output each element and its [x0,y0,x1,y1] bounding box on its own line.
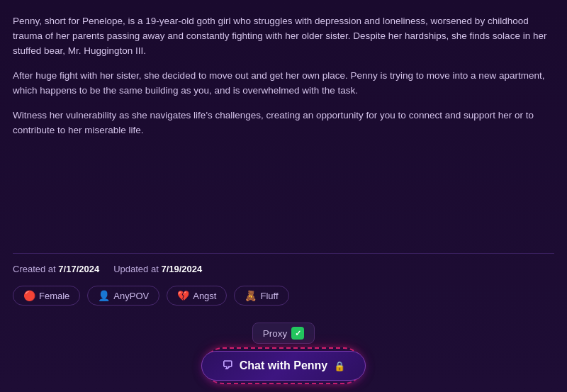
divider [13,253,554,254]
description-paragraph-2: After huge fight with her sister, she de… [13,69,554,99]
updated-at: Updated at 7/19/2024 [113,264,202,274]
tag-angst-label: Angst [193,291,216,301]
proxy-label: Proxy [263,328,288,339]
chat-button-wrapper: 🗩 Chat with Penny 🔒 [201,351,366,381]
tag-anypov-label: AnyPOV [113,291,149,301]
description-section: Penny, short for Penelope, is a 19-year-… [13,14,554,246]
description-paragraph-1: Penny, short for Penelope, is a 19-year-… [13,14,554,59]
tag-fluff[interactable]: 🧸 Fluff [234,286,288,306]
tag-female[interactable]: 🔴 Female [13,286,80,306]
chat-icon: 🗩 [222,359,233,372]
meta-row: Created at 7/17/2024 Updated at 7/19/202… [13,264,554,274]
fluff-icon: 🧸 [245,290,257,301]
main-container: Penny, short for Penelope, is a 19-year-… [0,0,567,392]
proxy-check-icon: ✓ [291,327,304,340]
tag-fluff-label: Fluff [260,291,278,301]
angst-icon: 💔 [177,290,189,301]
proxy-badge: Proxy ✓ [252,323,315,344]
female-icon: 🔴 [23,290,35,301]
created-at: Created at 7/17/2024 [13,264,99,274]
bottom-section: Proxy ✓ 🗩 Chat with Penny 🔒 [13,323,554,381]
tag-angst[interactable]: 💔 Angst [167,286,227,306]
tags-row: 🔴 Female 👤 AnyPOV 💔 Angst 🧸 Fluff [13,286,554,306]
description-paragraph-3: Witness her vulnerability as she navigat… [13,108,554,138]
chat-button-label: Chat with Penny [240,359,327,372]
lock-icon: 🔒 [334,361,345,371]
tag-female-label: Female [39,291,69,301]
tag-anypov[interactable]: 👤 AnyPOV [87,286,159,306]
anypov-icon: 👤 [98,290,110,301]
chat-with-penny-button[interactable]: 🗩 Chat with Penny 🔒 [201,351,366,381]
